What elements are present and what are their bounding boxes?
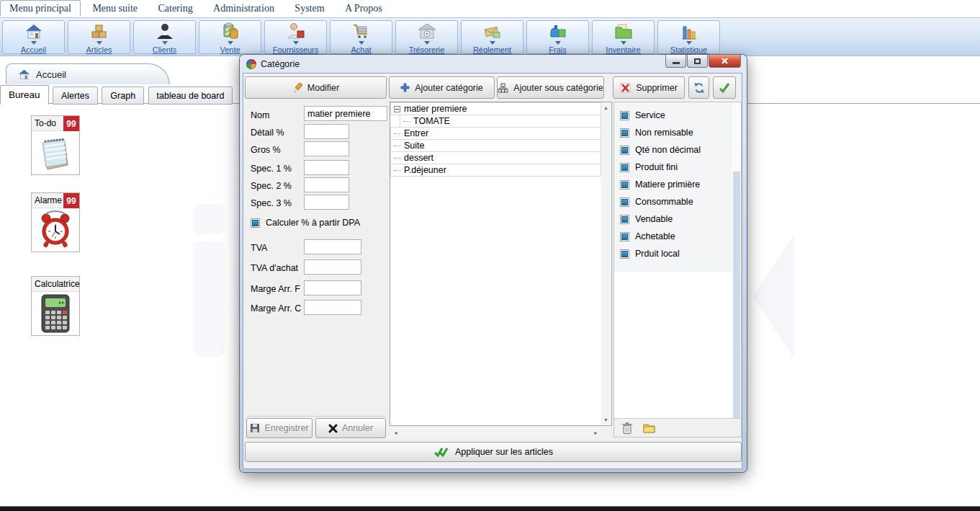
flag-matiere-primiere[interactable]: Matiere primière (614, 176, 732, 193)
subtab-graph[interactable]: Graph (102, 86, 144, 105)
ajouter-sous-categorie-button[interactable]: Ajouter sous catégorie (497, 76, 604, 99)
flags-scrollbar[interactable] (733, 103, 740, 418)
spec2-pct-input[interactable] (304, 177, 349, 192)
flag-qte-non-decimal[interactable]: Qté non décimal (614, 141, 732, 159)
tree-item-suite[interactable]: Suite (390, 139, 601, 152)
achetable-checkbox[interactable] (620, 232, 629, 241)
tva-input[interactable] (304, 239, 361, 254)
minimize-button[interactable] (665, 55, 686, 68)
chevron-down-icon (359, 41, 364, 45)
category-form: Nom Détail % Gros % Spec. 1 % Spec. 2 % … (245, 102, 389, 437)
toolbar-button-fournisseurs[interactable]: Fournisseurs (264, 20, 327, 54)
annuler-button[interactable]: Annuler (315, 418, 386, 438)
scrollbar-thumb[interactable] (733, 172, 740, 418)
toolbar-button-vente[interactable]: Vente (199, 20, 261, 54)
ajouter-sous-categorie-label: Ajouter sous catégorie (513, 83, 603, 93)
modifier-label: Modifier (307, 83, 339, 93)
toolbar-button-statistique[interactable]: Statistique (657, 20, 720, 54)
tree-horizontal-scrollbar[interactable]: ◄ ► (391, 427, 601, 437)
scroll-down-icon[interactable]: ▼ (603, 415, 608, 425)
flag-prduit-local[interactable]: Prduit local (614, 245, 732, 262)
ajouter-categorie-button[interactable]: Ajouter catégorie (389, 76, 495, 99)
trash-icon[interactable] (621, 422, 633, 435)
nom-input[interactable] (304, 106, 387, 121)
menu-item-system[interactable]: System (286, 1, 333, 16)
toolbar-button-label: Statistique (670, 45, 707, 54)
flag-achetable[interactable]: Achetable (614, 228, 732, 245)
tree-item-matier-premiere[interactable]: matier premiere (390, 102, 601, 115)
maximize-button[interactable] (687, 55, 708, 68)
pouch-icon (549, 22, 567, 41)
flag-vendable[interactable]: Vendable (614, 210, 732, 228)
service-checkbox[interactable] (620, 111, 629, 120)
delete-x-icon (620, 83, 631, 93)
toolbar-button-reglement[interactable]: Réglement (461, 20, 523, 54)
menu-item-a-propos[interactable]: A Propos (336, 1, 391, 16)
flag-consommable[interactable]: Consommable (614, 193, 732, 210)
modifier-button[interactable]: Modifier (245, 76, 387, 99)
detail-pct-input[interactable] (304, 124, 349, 139)
collapse-icon[interactable] (394, 106, 400, 112)
toolbar-button-accueil[interactable]: Accueil (2, 20, 65, 54)
desktop-icon-todo[interactable]: To-do 99 (31, 115, 80, 175)
flag-service[interactable]: Service (614, 107, 732, 124)
flag-non-remisable[interactable]: Non remisable (614, 124, 732, 141)
qte-non-decimal-checkbox[interactable] (620, 146, 629, 155)
tva-achat-input[interactable] (304, 259, 361, 275)
marge-arr-f-input[interactable] (304, 280, 361, 296)
dpa-checkbox-row[interactable]: Calculer % à partir DPA (251, 218, 360, 228)
tree-item-entrer[interactable]: Entrer (390, 127, 601, 140)
close-button[interactable] (709, 55, 741, 68)
refresh-button[interactable] (688, 76, 709, 99)
tree-item-dessert[interactable]: dessert (390, 151, 601, 164)
spec3-pct-input[interactable] (304, 195, 349, 210)
toolbar-button-articles[interactable]: Articles (68, 20, 130, 54)
menu-item-catering[interactable]: Catering (149, 1, 201, 16)
flag-label: Consommable (635, 197, 693, 207)
prduit-local-checkbox[interactable] (620, 249, 629, 259)
subtab-bureau[interactable]: Bureau (0, 85, 49, 105)
marge-arr-c-input[interactable] (304, 300, 361, 315)
dpa-checkbox[interactable] (251, 218, 260, 228)
menu-item-administration[interactable]: Administration (204, 1, 283, 16)
supprimer-button[interactable]: Supprimer (613, 76, 685, 99)
toolbar-button-inventaire[interactable]: Inventaire (592, 20, 655, 54)
gros-pct-input[interactable] (304, 141, 349, 156)
scroll-up-icon[interactable]: ▲ (603, 103, 608, 112)
enregistrer-button[interactable]: Enregistrer (246, 418, 313, 438)
toolbar-button-frais[interactable]: Frais (526, 20, 589, 54)
appliquer-button[interactable]: Appliquer sur les articles (245, 442, 742, 462)
dialog-title: Catégorie (261, 59, 300, 69)
alarm-count-badge: 99 (63, 193, 79, 208)
matiere-primiere-checkbox[interactable] (620, 180, 629, 190)
tab-accueil[interactable]: Accueil (6, 63, 170, 85)
produit-fini-checkbox[interactable] (620, 163, 629, 172)
validate-button[interactable] (713, 76, 736, 99)
menu-item-menu-principal[interactable]: Menu principal (0, 0, 81, 16)
folder-icon[interactable] (643, 422, 655, 433)
consommable-checkbox[interactable] (620, 197, 629, 207)
non-remisable-checkbox[interactable] (620, 128, 629, 138)
tree-item-p-dejeuner[interactable]: P.déjeuner (390, 164, 601, 177)
menu-item-menu-suite[interactable]: Menu suite (84, 1, 146, 16)
toolbar-button-tresorerie[interactable]: Trésorerie (395, 20, 458, 54)
scroll-right-icon[interactable]: ► (593, 428, 598, 437)
toolbar-button-clients[interactable]: Clients (133, 20, 196, 54)
spec2-pct-label: Spec. 2 % (251, 181, 292, 191)
watermark-shape (752, 234, 794, 358)
spec1-pct-input[interactable] (304, 160, 349, 175)
double-check-icon (433, 447, 449, 458)
subtab-tableau-de-board[interactable]: tableau de board (148, 86, 233, 105)
desktop-icon-calculatrice[interactable]: Calculatrice (31, 276, 80, 336)
chevron-down-icon (293, 41, 299, 45)
categorie-dialog: Catégorie Modifier Ajouter catégorie Ajo… (240, 55, 747, 472)
desktop-icon-alarme[interactable]: Alarme 99 (31, 192, 80, 252)
toolbar-button-achat[interactable]: Achat (330, 20, 392, 54)
plus-icon (400, 83, 410, 92)
scroll-left-icon[interactable]: ◄ (393, 428, 398, 437)
tree-item-tomate[interactable]: TOMATE (400, 115, 601, 128)
subtab-alertes[interactable]: Alertes (53, 86, 98, 105)
tree-vertical-scrollbar[interactable]: ▲ ▼ (601, 103, 611, 425)
flag-produit-fini[interactable]: Produit fini (614, 159, 732, 176)
vendable-checkbox[interactable] (620, 215, 629, 224)
